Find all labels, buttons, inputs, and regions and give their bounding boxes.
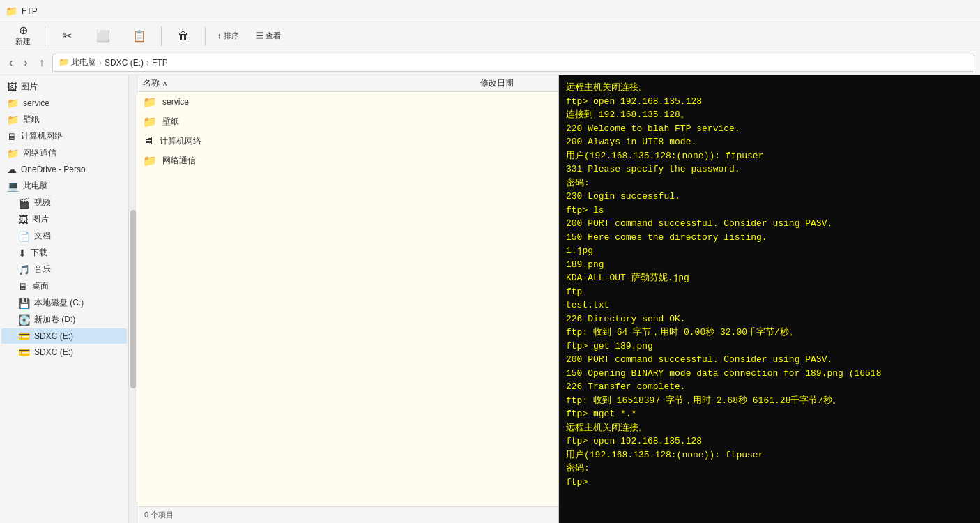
sidebar-icon-thispc: 💻 — [7, 181, 19, 192]
sidebar-item-video[interactable]: 🎬视频 — [1, 195, 127, 211]
file-name-wallpaper-folder: 壁纸 — [162, 116, 469, 128]
sidebar-scrollbar-thumb[interactable] — [130, 210, 136, 389]
file-item-wallpaper-folder[interactable]: 📁壁纸 — [137, 112, 558, 131]
sidebar-icon-onedrive: ☁ — [7, 164, 17, 175]
terminal-panel[interactable]: 远程主机关闭连接。 ftp> open 192.168.135.128 连接到 … — [559, 75, 980, 523]
sidebar-icon-network: 🖥 — [7, 131, 17, 142]
sidebar-item-thispc[interactable]: 💻此电脑 — [1, 178, 127, 194]
sidebar-label-local-c: 本地磁盘 (C:) — [34, 297, 84, 309]
sidebar-icon-downloads: ⬇ — [18, 248, 26, 259]
forward-button[interactable]: › — [20, 55, 31, 70]
cut-icon: ✂ — [63, 31, 72, 42]
sidebar-label-onedrive: OneDrive - Perso — [21, 165, 86, 174]
sidebar-label-drive-d: 新加卷 (D:) — [34, 314, 75, 326]
terminal-output: 远程主机关闭连接。 ftp> open 192.168.135.128 连接到 … — [566, 81, 980, 489]
sidebar-item-onedrive[interactable]: ☁OneDrive - Perso — [1, 162, 127, 177]
delete-button[interactable]: 🗑 — [166, 24, 201, 48]
sidebar-icon-service: 📁 — [7, 98, 19, 109]
file-item-netcomm-folder[interactable]: 📁网络通信 — [137, 151, 558, 170]
sidebar-icon-pictures2: 🖼 — [18, 214, 28, 225]
path-ftp: FTP — [152, 58, 168, 68]
copy-button[interactable]: ⬜ — [86, 24, 121, 48]
sidebar-icon-desktop: 🖥 — [18, 281, 28, 292]
back-button[interactable]: ‹ — [6, 55, 16, 70]
sidebar-item-pictures-pinned[interactable]: 🖼图片 — [1, 79, 127, 95]
paste-icon: 📋 — [132, 31, 146, 42]
sidebar-item-sdxc-e[interactable]: 💳SDXC (E:) — [1, 328, 127, 344]
sidebar-label-wallpaper: 壁纸 — [23, 114, 40, 126]
file-list-area: 名称 ∧ 修改日期 📁service📁壁纸🖥计算机网络📁网络通信 0 个项目 — [137, 75, 559, 523]
sidebar-icon-pictures-pinned: 🖼 — [7, 82, 17, 93]
sort-arrow: ∧ — [162, 79, 167, 87]
main-content: 🖼图片📁service📁壁纸🖥计算机网络📁网络通信☁OneDrive - Per… — [0, 75, 980, 523]
sidebar-item-sdxc-e2[interactable]: 💳SDXC (E:) — [1, 344, 127, 360]
sidebar-item-netcomm[interactable]: 📁网络通信 — [1, 145, 127, 161]
sidebar-item-network[interactable]: 🖥计算机网络 — [1, 128, 127, 144]
cut-button[interactable]: ✂ — [49, 24, 84, 48]
sidebar-label-music: 音乐 — [34, 264, 51, 275]
sidebar-scrollbar[interactable] — [129, 75, 137, 523]
paste-button[interactable]: 📋 — [122, 24, 157, 48]
file-name-netcomp-folder: 计算机网络 — [160, 135, 469, 147]
file-list: 📁service📁壁纸🖥计算机网络📁网络通信 — [137, 92, 558, 506]
sidebar-item-pictures2[interactable]: 🖼图片 — [1, 211, 127, 227]
path-sdxc: SDXC (E:) — [105, 58, 144, 68]
address-bar: ‹ › ↑ 📁 此电脑 › SDXC (E:) › FTP — [0, 50, 980, 75]
sidebar-item-docs[interactable]: 📄文档 — [1, 228, 127, 244]
sidebar-icon-sdxc-e: 💳 — [18, 331, 30, 342]
view-button[interactable]: ☰ 查看 — [248, 24, 289, 48]
sidebar-icon-local-c: 💾 — [18, 298, 30, 309]
sidebar-icon-music: 🎵 — [18, 264, 30, 275]
sidebar-item-wallpaper[interactable]: 📁壁纸 — [1, 112, 127, 128]
status-bar: 0 个项目 — [137, 506, 558, 523]
file-icon-service-folder: 📁 — [143, 96, 157, 109]
title-bar-icon: 📁 — [6, 6, 17, 17]
path-thispc: 📁 此电脑 — [59, 56, 96, 68]
file-icon-netcomp-folder: 🖥 — [143, 135, 154, 147]
copy-icon: ⬜ — [96, 31, 110, 42]
sidebar-label-desktop: 桌面 — [32, 280, 49, 292]
sidebar-icon-netcomm: 📁 — [7, 148, 19, 159]
file-name-service-folder: service — [162, 97, 469, 107]
file-list-header: 名称 ∧ 修改日期 — [137, 75, 558, 92]
new-button[interactable]: ⊕ 新建 — [6, 24, 40, 48]
right-panel: 远程主机关闭连接。 ftp> open 192.168.135.128 连接到 … — [559, 75, 980, 523]
toolbar-separator-1 — [45, 26, 45, 46]
sidebar-label-network: 计算机网络 — [21, 130, 63, 142]
new-icon: ⊕ — [19, 25, 28, 36]
sidebar-item-music[interactable]: 🎵音乐 — [1, 262, 127, 278]
sidebar-icon-video: 🎬 — [18, 197, 30, 209]
col-header-date[interactable]: 修改日期 — [475, 77, 558, 89]
sidebar-label-pictures2: 图片 — [32, 213, 49, 225]
sidebar-label-sdxc-e: SDXC (E:) — [34, 331, 73, 341]
delete-icon: 🗑 — [178, 31, 189, 42]
sidebar-item-downloads[interactable]: ⬇下载 — [1, 245, 127, 261]
sidebar-item-service[interactable]: 📁service — [1, 96, 127, 111]
sidebar-label-thispc: 此电脑 — [23, 180, 48, 192]
sidebar-label-pictures-pinned: 图片 — [21, 81, 38, 93]
sidebar-item-desktop[interactable]: 🖥桌面 — [1, 278, 127, 294]
col-header-name[interactable]: 名称 ∧ — [137, 77, 475, 89]
sidebar-label-sdxc-e2: SDXC (E:) — [34, 347, 73, 357]
sidebar-icon-sdxc-e2: 💳 — [18, 347, 30, 358]
up-button[interactable]: ↑ — [36, 55, 48, 70]
sidebar-icon-wallpaper: 📁 — [7, 114, 19, 126]
file-item-netcomp-folder[interactable]: 🖥计算机网络 — [137, 131, 558, 151]
file-item-service-folder[interactable]: 📁service — [137, 92, 558, 112]
file-icon-netcomm-folder: 📁 — [143, 154, 157, 167]
sidebar-icon-drive-d: 💽 — [18, 314, 30, 326]
sidebar-item-drive-d[interactable]: 💽新加卷 (D:) — [1, 312, 127, 328]
sidebar-item-local-c[interactable]: 💾本地磁盘 (C:) — [1, 295, 127, 311]
sort-button[interactable]: ↕ 排序 — [210, 24, 247, 48]
path-sep-1: › — [99, 58, 102, 68]
status-text: 0 个项目 — [144, 510, 174, 520]
sidebar-icon-docs: 📄 — [18, 231, 30, 242]
toolbar-separator-2 — [161, 26, 162, 46]
sidebar-label-downloads: 下载 — [31, 247, 47, 259]
sidebar-label-video: 视频 — [34, 197, 51, 209]
toolbar-separator-3 — [205, 26, 206, 46]
sidebar-label-service: service — [23, 98, 49, 108]
address-path[interactable]: 📁 此电脑 › SDXC (E:) › FTP — [52, 54, 974, 72]
toolbar: ⊕ 新建 ✂ ⬜ 📋 🗑 ↕ 排序 ☰ 查看 — [0, 22, 980, 50]
sidebar-label-docs: 文档 — [34, 230, 51, 242]
